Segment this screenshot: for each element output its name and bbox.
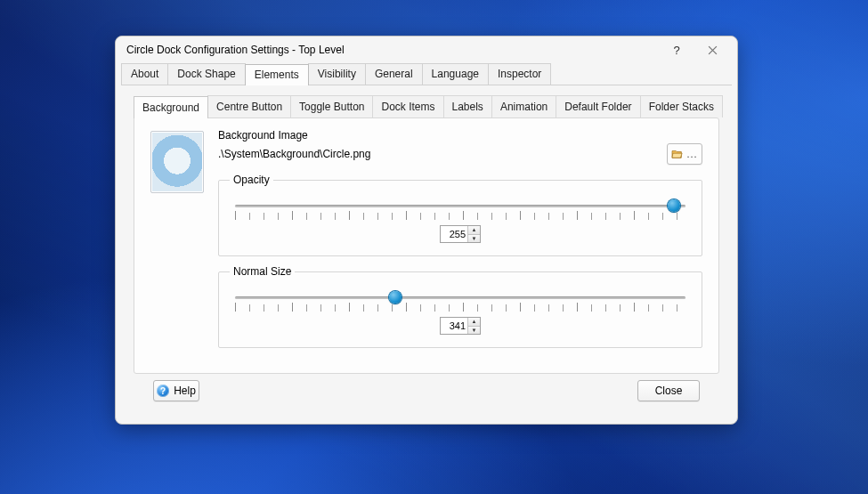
footer: ? Help Close <box>134 374 719 411</box>
normal-size-step-up[interactable]: ▲ <box>468 318 480 327</box>
subtab-animation[interactable]: Animation <box>491 95 556 117</box>
tab-elements[interactable]: Elements <box>245 64 309 85</box>
subtab-background[interactable]: Background <box>134 96 208 118</box>
opacity-slider[interactable] <box>235 198 685 220</box>
normal-size-spinner[interactable]: ▲ ▼ <box>440 317 481 335</box>
tab-about[interactable]: About <box>121 63 168 85</box>
background-preview-image <box>150 131 204 193</box>
normal-size-group: Normal Size ▲ <box>218 265 702 348</box>
normal-size-step-down[interactable]: ▼ <box>468 327 480 335</box>
sub-tab-bar: Background Centre Button Toggle Button D… <box>134 96 719 117</box>
help-button-label: Help <box>174 385 196 397</box>
close-button-label: Close <box>655 385 683 397</box>
settings-window: Circle Dock Configuration Settings - Top… <box>115 36 738 425</box>
ellipsis-icon: ... <box>686 150 697 159</box>
tab-general[interactable]: General <box>365 63 423 85</box>
normal-size-slider-thumb[interactable] <box>389 291 402 304</box>
opacity-step-up[interactable]: ▲ <box>468 226 480 235</box>
subtab-folder-stacks[interactable]: Folder Stacks <box>640 95 723 117</box>
normal-size-slider[interactable] <box>235 290 685 312</box>
close-icon <box>708 45 718 55</box>
tab-language[interactable]: Language <box>422 63 489 85</box>
opacity-step-down[interactable]: ▼ <box>468 235 480 243</box>
help-icon: ? <box>157 385 169 397</box>
desktop-background: Circle Dock Configuration Settings - Top… <box>0 0 868 494</box>
subtab-labels[interactable]: Labels <box>443 95 492 117</box>
content-area: Background Centre Button Toggle Button D… <box>121 85 732 418</box>
subtab-dock-items[interactable]: Dock Items <box>372 95 443 117</box>
window-title: Circle Dock Configuration Settings - Top… <box>126 44 661 56</box>
opacity-slider-thumb[interactable] <box>668 199 680 212</box>
background-image-label: Background Image <box>218 129 702 142</box>
normal-size-value-input[interactable] <box>441 318 467 334</box>
opacity-legend: Opacity <box>230 174 273 186</box>
background-image-path: .\System\Background\Circle.png <box>218 148 661 160</box>
titlebar-help-button[interactable]: ? <box>661 44 693 57</box>
tab-inspector[interactable]: Inspector <box>488 63 551 85</box>
titlebar-close-button[interactable] <box>693 37 732 62</box>
tab-visibility[interactable]: Visibility <box>308 63 366 85</box>
opacity-group: Opacity ▲ <box>218 174 702 256</box>
subtab-toggle-button[interactable]: Toggle Button <box>290 95 373 117</box>
tab-dock-shape[interactable]: Dock Shape <box>167 63 245 85</box>
normal-size-legend: Normal Size <box>230 265 295 278</box>
opacity-spinner[interactable]: ▲ ▼ <box>440 225 481 243</box>
help-button[interactable]: ? Help <box>153 380 199 401</box>
subtab-centre-button[interactable]: Centre Button <box>207 95 291 117</box>
titlebar[interactable]: Circle Dock Configuration Settings - Top… <box>116 36 737 63</box>
folder-open-icon <box>671 149 684 159</box>
background-panel: Background Image .\System\Background\Cir… <box>134 117 719 374</box>
subtab-default-folder[interactable]: Default Folder <box>556 95 640 117</box>
opacity-value-input[interactable] <box>441 226 467 242</box>
top-tab-bar: About Dock Shape Elements Visibility Gen… <box>116 63 737 85</box>
browse-button[interactable]: ... <box>667 143 702 165</box>
close-button[interactable]: Close <box>637 380 700 401</box>
